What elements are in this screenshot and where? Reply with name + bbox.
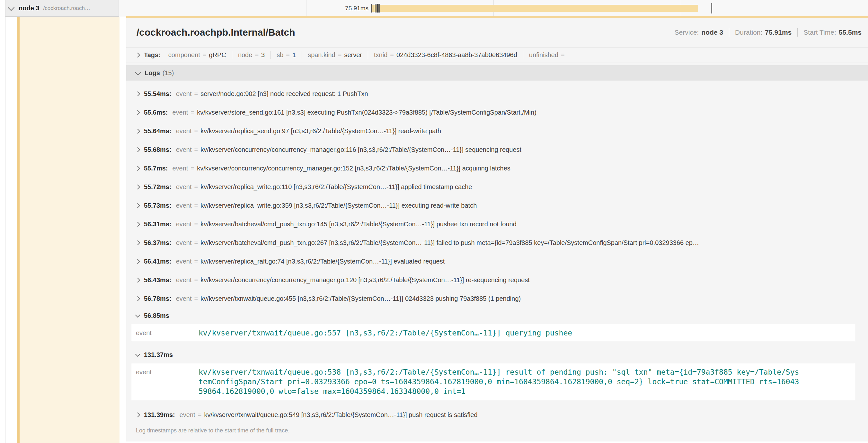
log-entry-toggle[interactable]: 131.37ms bbox=[126, 347, 868, 363]
tag-item: sb=1 bbox=[271, 52, 302, 59]
log-timestamp: 56.41ms: bbox=[144, 258, 172, 265]
log-entry-toggle[interactable]: 55.7ms:event=kv/kvserver/concurrency/con… bbox=[126, 159, 868, 177]
tags-list: component=gRPCnode=3sb=1span.kind=server… bbox=[162, 52, 573, 59]
tag-item: unfinished= bbox=[523, 52, 573, 59]
log-entry-toggle[interactable]: 131.39ms:event=kv/kvserver/txnwait/queue… bbox=[126, 405, 868, 424]
equals-sign: = bbox=[194, 183, 198, 191]
chevron-right-icon[interactable] bbox=[135, 240, 141, 245]
equals-sign: = bbox=[194, 276, 198, 284]
log-value: kv/kvserver/store_send.go:161 [n3,s3] ex… bbox=[197, 109, 536, 116]
chevron-right-icon[interactable] bbox=[135, 53, 141, 58]
span-bar[interactable] bbox=[371, 5, 698, 12]
log-timestamp: 56.85ms bbox=[144, 312, 169, 319]
equals-sign: = bbox=[255, 52, 258, 59]
chevron-right-icon[interactable] bbox=[135, 412, 141, 417]
log-key: event bbox=[176, 202, 192, 209]
equals-sign: = bbox=[203, 52, 207, 59]
log-key: event bbox=[176, 183, 192, 191]
log-rows: 55.54ms:event=server/node.go:902 [n3] no… bbox=[126, 80, 868, 424]
logs-title: Logs bbox=[145, 69, 160, 77]
chevron-down-icon[interactable] bbox=[135, 312, 141, 317]
logs-header[interactable]: Logs (15) bbox=[126, 65, 868, 80]
span-color-stripe bbox=[17, 17, 20, 443]
log-entry-expanded: 131.37mseventkv/kvserver/txnwait/queue.g… bbox=[126, 347, 868, 400]
log-value: kv/kvserver/replica_send.go:97 [n3,s3,r6… bbox=[200, 128, 441, 135]
span-timeline[interactable]: 75.91ms bbox=[119, 0, 868, 17]
equals-sign: = bbox=[286, 52, 290, 59]
log-entry-toggle[interactable]: 55.72ms:event=kv/kvserver/replica_write.… bbox=[126, 177, 868, 196]
log-field-key: event bbox=[131, 367, 198, 377]
log-entry-toggle[interactable]: 56.37ms:event=kv/kvserver/batcheval/cmd_… bbox=[126, 233, 868, 252]
log-entry-toggle[interactable]: 55.54ms:event=server/node.go:902 [n3] no… bbox=[126, 84, 868, 103]
log-value: kv/kvserver/concurrency/concurrency_mana… bbox=[200, 276, 530, 284]
log-value: kv/kvserver/batcheval/cmd_push_txn.go:14… bbox=[200, 220, 517, 228]
span-detail-panel: /cockroach.roachpb.Internal/Batch Servic… bbox=[126, 16, 868, 441]
log-entry-toggle[interactable]: 55.68ms:event=kv/kvserver/concurrency/co… bbox=[126, 140, 868, 159]
log-marker bbox=[377, 4, 378, 12]
log-entry-toggle[interactable]: 55.73ms:event=kv/kvserver/replica_write.… bbox=[126, 196, 868, 215]
log-value: server/node.go:902 [n3] node received re… bbox=[200, 90, 368, 98]
tag-value: 1 bbox=[292, 52, 296, 59]
log-entry-toggle[interactable]: 56.31ms:event=kv/kvserver/batcheval/cmd_… bbox=[126, 215, 868, 233]
equals-sign: = bbox=[561, 52, 565, 59]
log-entry-toggle[interactable]: 56.43ms:event=kv/kvserver/concurrency/co… bbox=[126, 271, 868, 289]
log-key: event bbox=[176, 128, 192, 135]
chevron-right-icon[interactable] bbox=[135, 110, 141, 115]
tag-item: span.kind=server bbox=[302, 52, 368, 59]
log-entry-toggle[interactable]: 56.41ms:event=kv/kvserver/replica_raft.g… bbox=[126, 252, 868, 271]
meta-divider bbox=[729, 28, 729, 37]
chevron-right-icon[interactable] bbox=[135, 203, 141, 208]
duration-value: 75.91ms bbox=[765, 29, 792, 36]
selected-row-highlight bbox=[20, 17, 120, 443]
equals-sign: = bbox=[194, 90, 198, 98]
log-entry-toggle[interactable]: 55.64ms:event=kv/kvserver/replica_send.g… bbox=[126, 122, 868, 140]
log-value: kv/kvserver/replica_raft.go:74 [n3,s3,r6… bbox=[200, 258, 444, 265]
log-value: kv/kvserver/txnwait/queue.go:455 [n3,s3,… bbox=[200, 295, 521, 302]
chevron-right-icon[interactable] bbox=[135, 184, 141, 190]
chevron-down-icon[interactable] bbox=[135, 351, 141, 356]
log-marker bbox=[371, 4, 372, 12]
log-timestamp: 55.7ms: bbox=[144, 165, 168, 172]
log-marker bbox=[378, 4, 379, 12]
log-marker bbox=[376, 4, 376, 12]
chevron-right-icon[interactable] bbox=[135, 166, 141, 171]
chevron-right-icon[interactable] bbox=[135, 277, 141, 282]
log-marker bbox=[374, 4, 374, 12]
logs-section: Logs (15) 55.54ms:event=server/node.go:9… bbox=[126, 65, 868, 434]
tag-value: 3 bbox=[261, 52, 265, 59]
log-value: kv/kvserver/txnwait/queue.go:549 [n3,s3,… bbox=[204, 411, 477, 419]
tag-value: server bbox=[344, 52, 362, 59]
chevron-right-icon[interactable] bbox=[135, 259, 141, 264]
log-key: event bbox=[176, 239, 192, 246]
span-detail-title: /cockroach.roachpb.Internal/Batch bbox=[136, 27, 295, 38]
tags-section[interactable]: Tags: component=gRPCnode=3sb=1span.kind=… bbox=[126, 47, 868, 63]
log-timestamp: 56.37ms: bbox=[144, 239, 172, 246]
indent-guide-line bbox=[5, 0, 5, 443]
log-key: event bbox=[176, 146, 192, 154]
equals-sign: = bbox=[198, 411, 202, 419]
tag-key: sb bbox=[277, 52, 283, 59]
log-value: kv/kvserver/replica_write.go:359 [n3,s3,… bbox=[200, 202, 477, 209]
chevron-down-icon[interactable] bbox=[135, 69, 141, 75]
chevron-right-icon[interactable] bbox=[135, 222, 141, 227]
log-entry-toggle[interactable]: 56.78ms:event=kv/kvserver/txnwait/queue.… bbox=[126, 289, 868, 308]
chevron-right-icon[interactable] bbox=[135, 91, 141, 96]
log-marker bbox=[375, 4, 375, 12]
span-meta: Service: node 3 Duration: 75.91ms Start … bbox=[675, 28, 862, 37]
chevron-right-icon[interactable] bbox=[135, 296, 141, 301]
chevron-right-icon[interactable] bbox=[135, 147, 141, 152]
duration-label: Duration: bbox=[735, 29, 762, 36]
span-row[interactable]: node 3 /cockroach.roach… 75.91ms bbox=[5, 0, 868, 17]
log-entry-toggle[interactable]: 55.6ms:event=kv/kvserver/store_send.go:1… bbox=[126, 103, 868, 122]
log-timestamp: 55.54ms: bbox=[144, 90, 172, 98]
tag-item: txnid=024d3323-6c8f-4863-aa8b-37ab0e6349… bbox=[368, 52, 523, 59]
log-entry-toggle[interactable]: 56.85ms bbox=[126, 308, 868, 323]
equals-sign: = bbox=[194, 202, 198, 209]
equals-sign: = bbox=[390, 52, 394, 59]
log-key: event bbox=[176, 90, 192, 98]
chevron-down-icon[interactable] bbox=[8, 4, 14, 11]
span-name-column[interactable]: node 3 /cockroach.roach… bbox=[5, 0, 119, 17]
equals-sign: = bbox=[194, 220, 198, 228]
chevron-right-icon[interactable] bbox=[135, 128, 141, 134]
log-timestamp: 131.39ms: bbox=[144, 411, 175, 419]
